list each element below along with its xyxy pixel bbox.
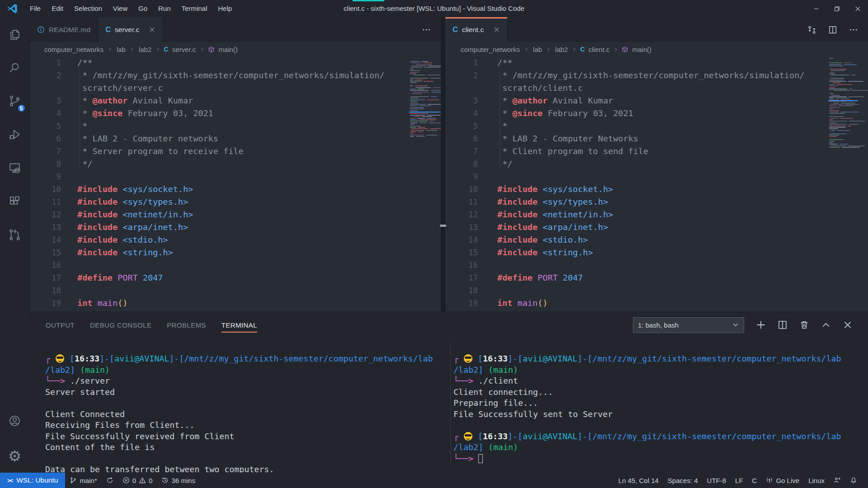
terminal-select-dropdown[interactable]: 1: bash, bash [633,317,744,333]
line-number: 19 [445,297,478,310]
breadcrumb-item[interactable]: lab2 [138,46,152,53]
line-number: 15 [30,246,61,259]
more-icon[interactable] [849,25,858,34]
panel-tab-problems[interactable]: PROBLEMS [167,318,206,333]
editor-sash-handle[interactable] [440,225,446,227]
line-number: 13 [445,221,478,234]
status-Ln 45, Col 14[interactable]: Ln 45, Col 14 [614,473,663,488]
status-sync[interactable] [102,473,118,488]
menu-go[interactable]: Go [133,0,153,17]
terminal-line: Receiving Files from Client... [45,420,450,431]
panel-tab-terminal[interactable]: TERMINAL [222,318,257,333]
breadcrumb-item[interactable]: lab [116,46,127,53]
code-line: 4 * @since February 03, 2021 [445,107,868,120]
split-terminal[interactable] [778,320,788,330]
minimap[interactable] [828,56,860,312]
breadcrumb-item[interactable]: lab2 [554,46,569,53]
code-line: 14#include <stdio.h> [30,234,441,246]
code-line: 12#include <netinet/in.h> [445,208,868,221]
breadcrumb-item[interactable]: main() [631,46,652,53]
new-terminal[interactable] [756,320,766,330]
terminal-line: Content of the file is [45,442,450,453]
terminal-pane-left[interactable]: ┌ [16:33]-[avii@AVINAL]-[/mnt/z/my_git/s… [30,338,450,473]
activitybar-search[interactable] [0,51,30,84]
line-number: 6 [30,132,61,145]
activitybar-remote-explorer[interactable] [0,151,30,184]
menu-selection[interactable]: Selection [69,0,108,17]
status-error[interactable]: 00 [118,473,157,488]
breadcrumb-item[interactable]: lab [532,46,543,53]
status-Linux[interactable]: Linux [804,473,829,488]
panel-tab-output[interactable]: OUTPUT [46,318,75,333]
code-line: 13#include <arpa/inet.h> [30,221,441,234]
tab-bar: README.mdCserver.c [30,17,441,42]
minimize-button[interactable] [806,0,826,17]
menu-help[interactable]: Help [212,0,237,17]
activitybar-run-debug[interactable] [0,117,30,151]
code-editor[interactable]: 1/**2 * /mnt/z/my_git/sixth-semester/com… [445,56,868,312]
status-history[interactable]: 36 mins [157,473,200,488]
line-number: 17 [30,272,61,284]
symbol-method-icon [622,46,628,53]
code-line: 9 [30,170,441,183]
open-changes-icon[interactable] [807,25,816,34]
status-C[interactable]: C [748,473,762,488]
tab-client.c[interactable]: Cclient.c [445,17,508,42]
line-number: 14 [30,234,61,246]
panel-tab-debug-console[interactable]: DEBUG CONSOLE [90,318,151,333]
vscode-logo [6,3,18,14]
status-Spaces: 4[interactable]: Spaces: 4 [663,473,703,488]
maximize-panel[interactable] [821,320,831,330]
breadcrumb-item[interactable]: server.c [171,46,197,53]
terminal-pane-right[interactable]: ┌ [16:33]-[avii@AVINAL]-[/mnt/z/my_git/s… [451,338,868,473]
activitybar-extensions[interactable] [0,184,30,218]
tab-server.c[interactable]: Cserver.c [98,17,163,42]
breadcrumb-separator-icon [130,47,135,52]
status-bell[interactable] [845,473,862,488]
status-branch[interactable]: main* [65,473,101,488]
split-editor-icon[interactable] [828,25,837,34]
close-tab-icon[interactable] [149,26,156,33]
line-number: 15 [445,246,478,259]
menu-terminal[interactable]: Terminal [176,0,213,17]
menu-edit[interactable]: Edit [46,0,69,17]
line-number [30,82,61,94]
activitybar-settings-gear[interactable]: ⚙ [0,439,30,473]
activitybar-source-control[interactable]: 5 [0,84,30,117]
menu-run[interactable]: Run [153,0,176,17]
code-line: 19int main() [445,297,868,310]
breadcrumb-separator-icon [572,47,577,52]
breadcrumb-item[interactable]: client.c [588,46,611,53]
status-LF[interactable]: LF [731,473,748,488]
close-tab-icon[interactable] [493,26,500,33]
status-feedback[interactable] [829,473,845,488]
activitybar-github-pr[interactable] [0,218,30,251]
minimap[interactable] [409,56,441,312]
breadcrumb-item[interactable]: computer_networks [43,46,104,53]
code-line: 10#include <sys/socket.h> [445,183,868,196]
tab-README.md[interactable]: README.md [30,17,98,42]
editor-group-divider[interactable] [441,17,445,312]
more-icon[interactable] [422,25,431,34]
restore-button[interactable] [826,0,847,17]
title-bar: FileEditSelectionViewGoRunTerminalHelp c… [0,0,868,17]
menu-view[interactable]: View [108,0,133,17]
close-panel[interactable] [843,320,853,330]
status-UTF-8[interactable]: UTF-8 [703,473,731,488]
window-controls [806,0,868,17]
sunglasses-emoji [464,432,472,441]
close-window-button[interactable] [847,0,868,17]
line-number: 16 [30,259,61,272]
terminal-line: └──> ./client [453,375,868,387]
activitybar-files[interactable] [0,17,30,51]
kill-terminal[interactable] [799,320,809,330]
activitybar-account[interactable] [0,404,30,437]
breadcrumb-item[interactable]: computer_networks [460,46,521,53]
menu-file[interactable]: File [24,0,46,17]
terminal-cursor [478,454,483,463]
code-editor[interactable]: 1/**2 * /mnt/z/my_git/sixth-semester/com… [30,56,441,312]
remote-indicator[interactable]: >< WSL: Ubuntu [0,473,65,488]
breadcrumb-item[interactable]: main() [217,46,239,53]
terminal-line: ┌ [16:33]-[avii@AVINAL]-[/mnt/z/my_git/s… [45,353,450,365]
status-Go Live[interactable]: Go Live [761,473,804,488]
